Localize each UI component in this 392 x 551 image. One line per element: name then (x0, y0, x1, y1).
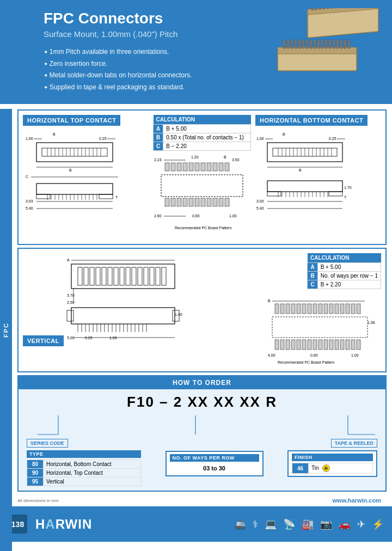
svg-rect-174 (102, 267, 106, 285)
svg-rect-106 (177, 198, 181, 206)
svg-rect-145 (267, 192, 281, 196)
svg-rect-18 (344, 40, 346, 48)
horizontal-top-diagram: HORIZONTAL TOP CONTACT 1.00 B 0.25 (23, 115, 149, 240)
harwin-logo-text: HARWIN (35, 517, 92, 531)
svg-text:B: B (224, 155, 226, 159)
svg-rect-25 (323, 8, 325, 9)
svg-rect-111 (207, 198, 211, 206)
svg-rect-221 (286, 304, 290, 314)
svg-rect-226 (313, 304, 317, 314)
calc-row-a: A B + 5.00 (154, 125, 251, 133)
horizontal-bottom-diagram: HORIZONTAL BOTTOM CONTACT 1.00 B 0.25 (255, 115, 381, 240)
svg-rect-233 (351, 304, 355, 314)
type-row-80: 80 Horizontal, Bottom Contact (27, 460, 141, 469)
svg-rect-8 (306, 40, 308, 48)
svg-rect-222 (291, 304, 295, 314)
svg-rect-227 (318, 304, 322, 314)
svg-rect-12 (321, 40, 323, 48)
svg-rect-108 (189, 198, 193, 206)
svg-text:B: B (69, 168, 72, 172)
calc-vert-value-c: B + 2.20 (317, 280, 381, 289)
svg-rect-219 (275, 304, 279, 314)
finish-code-46: 46 (292, 463, 309, 474)
military-icon: ✈ (357, 518, 365, 530)
calculation-vertical-box: CALCULATION A B + 5.00 B No. o (307, 253, 381, 291)
svg-rect-112 (213, 198, 217, 206)
svg-rect-97 (195, 163, 199, 171)
type-desc-90: Horizontal, Top Contact (44, 469, 141, 477)
left-tab: FPC (0, 109, 12, 551)
svg-text:B: B (268, 299, 271, 303)
calc-vert-row-b: B No. of ways per row − 1 (308, 272, 381, 280)
svg-text:5.00: 5.00 (67, 336, 75, 340)
calc-value-b: 0.50 x (Total no. of contacts − 1) (163, 133, 251, 142)
footer-note: All dimensions in mm. (17, 498, 60, 503)
svg-text:A: A (67, 258, 70, 262)
svg-rect-96 (189, 163, 193, 171)
svg-rect-13 (325, 40, 327, 48)
svg-rect-92 (165, 163, 169, 171)
svg-rect-107 (183, 198, 187, 206)
calculation-table-vertical: CALCULATION A B + 5.00 B No. o (307, 253, 381, 289)
svg-rect-7 (302, 40, 304, 48)
svg-rect-44 (36, 143, 113, 162)
harwin-logo: HARWIN (35, 517, 92, 532)
svg-rect-24 (319, 8, 321, 9)
svg-rect-248 (340, 340, 344, 350)
svg-rect-181 (144, 267, 148, 285)
svg-rect-190 (67, 310, 74, 321)
center-diagram: CALCULATION A B + 5.00 B 0.50 x (Total n… (153, 115, 251, 240)
footer-website: www.harwin.com (333, 497, 387, 504)
svg-rect-15 (333, 40, 335, 48)
calculation-table-top: CALCULATION A B + 5.00 B 0.50 x (Total n… (153, 115, 251, 151)
svg-text:3.00: 3.00 (256, 199, 264, 203)
calc-label-b: B (154, 133, 163, 142)
svg-rect-5 (295, 40, 297, 48)
svg-text:3.50: 3.50 (232, 158, 240, 162)
type-box: TYPE 80 Horizontal, Bottom Contact 90 Ho… (27, 450, 141, 486)
computing-icon: 💻 (265, 518, 277, 530)
bottom-bar: 138 HARWIN 🚢 ⚕ 💻 📡 🏭 📷 🚗 ✈ ⚡ (0, 506, 392, 542)
svg-text:1.00: 1.00 (109, 336, 117, 340)
svg-rect-251 (357, 340, 360, 350)
footer-section: All dimensions in mm. www.harwin.com (12, 494, 392, 506)
camera-icon: 📷 (320, 518, 332, 530)
calc-label-c: C (154, 142, 163, 151)
svg-text:5.40: 5.40 (256, 206, 264, 210)
svg-text:B: B (118, 342, 120, 343)
rohs-icon: ⊕ (322, 464, 330, 472)
order-code: F10 – 2 XX XX XX R (19, 389, 385, 413)
svg-rect-23 (315, 8, 317, 10)
svg-rect-93 (171, 163, 175, 171)
svg-text:C: C (26, 175, 28, 179)
top-diagrams: HORIZONTAL TOP CONTACT 1.00 B 0.25 (23, 115, 381, 240)
energy-icon: ⚡ (372, 518, 384, 530)
svg-rect-230 (335, 304, 339, 314)
calc-vert-row-a: A B + 5.00 (308, 263, 381, 272)
svg-rect-241 (302, 340, 306, 350)
svg-text:0.25: 0.25 (329, 137, 336, 140)
svg-text:B: B (299, 168, 302, 172)
svg-rect-109 (195, 198, 199, 206)
calc-header: CALCULATION (154, 115, 251, 125)
svg-rect-173 (96, 267, 100, 285)
svg-rect-146 (329, 192, 342, 196)
svg-rect-246 (329, 340, 333, 350)
svg-rect-102 (225, 163, 229, 171)
svg-rect-14 (329, 40, 331, 48)
svg-rect-94 (177, 163, 181, 171)
svg-rect-245 (324, 340, 328, 350)
svg-rect-189 (71, 308, 175, 324)
svg-text:1.00: 1.00 (26, 137, 33, 140)
svg-text:1.00: 1.00 (229, 214, 237, 218)
type-desc-80: Horizontal, Bottom Contact (44, 460, 141, 469)
svg-rect-100 (213, 163, 217, 171)
svg-rect-242 (308, 340, 311, 350)
type-header: TYPE (27, 450, 141, 458)
svg-rect-176 (114, 267, 118, 285)
svg-rect-19 (348, 40, 350, 48)
left-tab-label: FPC (3, 322, 9, 338)
svg-rect-66 (36, 194, 50, 199)
svg-rect-244 (318, 340, 322, 350)
svg-text:Recommended PC Board Pattern: Recommended PC Board Pattern (278, 360, 334, 364)
